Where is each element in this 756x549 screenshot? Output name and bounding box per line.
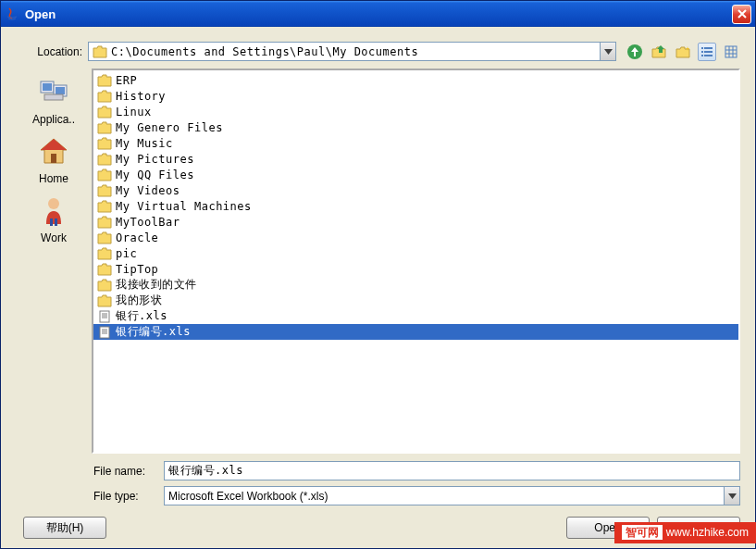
middle-panel: Applica..HomeWork ERPHistoryLinuxMy Gene…: [16, 69, 740, 511]
folder-item[interactable]: My Music: [93, 135, 738, 151]
file-type-label: File type:: [92, 490, 164, 503]
place-item-work[interactable]: Work: [19, 191, 89, 248]
file-name-text: My Pictures: [116, 153, 194, 166]
list-view-icon[interactable]: [698, 43, 716, 61]
file-item[interactable]: 银行.xls: [93, 308, 738, 324]
svg-rect-20: [55, 218, 57, 226]
folder-item[interactable]: My Genero Files: [93, 119, 738, 135]
chevron-down-icon[interactable]: [724, 487, 739, 505]
location-combo[interactable]: C:\Documents and Settings\Paul\My Docume…: [88, 42, 616, 61]
file-name-text: 我的形状: [116, 293, 162, 308]
file-name-text: My Genero Files: [116, 121, 223, 134]
places-sidebar: Applica..HomeWork: [16, 69, 92, 511]
watermark: 智可网www.hzhike.com: [614, 522, 756, 543]
bottom-fields: File name: File type: Microsoft Excel Wo…: [92, 454, 740, 511]
svg-rect-15: [56, 87, 65, 94]
file-name-text: 银行.xls: [116, 308, 167, 324]
svg-rect-25: [100, 327, 109, 338]
folder-icon: [93, 45, 107, 58]
person-icon: [37, 194, 70, 228]
svg-point-18: [48, 198, 59, 209]
dialog-content: Location: C:\Documents and Settings\Paul…: [1, 27, 755, 548]
place-label: Home: [39, 172, 68, 185]
file-name-input[interactable]: [164, 461, 740, 480]
location-path: C:\Documents and Settings\Paul\My Docume…: [111, 45, 600, 58]
home-icon: [37, 135, 70, 168]
open-dialog-window: Open Location: C:\Documents and Settings…: [0, 0, 756, 549]
folder-icon: [97, 216, 112, 229]
file-type-value: Microsoft Excel Workbook (*.xls): [168, 490, 328, 503]
help-button[interactable]: 帮助(H): [23, 517, 106, 539]
file-name-text: My Videos: [116, 184, 180, 197]
folder-icon: [97, 231, 112, 244]
svg-rect-13: [43, 83, 52, 91]
folder-icon: [97, 200, 112, 213]
place-item-home[interactable]: Home: [19, 131, 89, 189]
window-title: Open: [25, 7, 732, 21]
folder-icon: [97, 279, 112, 292]
svg-rect-19: [50, 218, 53, 226]
file-type-row: File type: Microsoft Excel Workbook (*.x…: [92, 486, 740, 505]
folder-item[interactable]: MyToolBar: [93, 214, 738, 230]
details-view-icon[interactable]: [722, 43, 740, 61]
folder-icon: [97, 263, 112, 276]
folder-item[interactable]: My Pictures: [93, 151, 738, 167]
file-name-text: pic: [116, 247, 137, 260]
file-name-text: ERP: [116, 74, 137, 87]
place-item-applica-[interactable]: Applica..: [19, 72, 89, 130]
file-panel: ERPHistoryLinuxMy Genero FilesMy MusicMy…: [92, 69, 740, 511]
svg-rect-1: [701, 47, 703, 49]
computer-icon: [37, 76, 70, 109]
folder-icon: [97, 168, 112, 181]
folder-item[interactable]: My Virtual Machines: [93, 198, 738, 214]
folder-item[interactable]: TipTop: [93, 261, 738, 277]
watermark-prefix: 智可网: [622, 525, 663, 540]
titlebar: Open: [1, 1, 755, 27]
chevron-down-icon[interactable]: [600, 43, 615, 60]
folder-item[interactable]: ERP: [93, 72, 738, 88]
folder-icon: [97, 137, 112, 150]
svg-rect-16: [44, 94, 63, 100]
svg-rect-4: [704, 51, 713, 53]
folder-item[interactable]: Oracle: [93, 230, 738, 245]
toolbar: [626, 43, 740, 61]
file-icon: [97, 326, 112, 339]
folder-icon: [97, 74, 112, 87]
folder-icon: [97, 153, 112, 166]
folder-item[interactable]: 我接收到的文件: [93, 277, 738, 293]
folder-icon: [97, 184, 112, 197]
file-name-text: MyToolBar: [116, 216, 180, 229]
file-name-text: 我接收到的文件: [116, 277, 197, 293]
file-name-text: History: [116, 90, 166, 103]
folder-item[interactable]: pic: [93, 245, 738, 261]
folder-item[interactable]: Linux: [93, 104, 738, 119]
svg-rect-5: [701, 55, 703, 56]
folder-item[interactable]: History: [93, 88, 738, 104]
folder-item[interactable]: My QQ Files: [93, 167, 738, 182]
file-name-text: My Virtual Machines: [116, 200, 252, 213]
file-name-text: 银行编号.xls: [116, 324, 191, 340]
file-type-combo[interactable]: Microsoft Excel Workbook (*.xls): [164, 486, 740, 505]
new-folder-icon[interactable]: [674, 43, 692, 61]
svg-rect-2: [704, 47, 713, 49]
watermark-url: www.hzhike.com: [666, 526, 749, 539]
folder-icon: [97, 294, 112, 307]
folder-item[interactable]: 我的形状: [93, 293, 738, 308]
java-icon: [5, 6, 19, 21]
file-item[interactable]: 银行编号.xls: [93, 324, 738, 340]
folder-icon: [97, 106, 112, 119]
file-list[interactable]: ERPHistoryLinuxMy Genero FilesMy MusicMy…: [92, 69, 740, 454]
file-name-label: File name:: [92, 465, 164, 478]
up-icon[interactable]: [626, 43, 644, 61]
close-button[interactable]: [732, 5, 751, 24]
location-label: Location:: [16, 45, 88, 58]
place-label: Applica..: [32, 113, 75, 126]
svg-rect-21: [100, 311, 109, 322]
folder-icon: [97, 247, 112, 260]
home-icon[interactable]: [650, 43, 668, 61]
file-name-text: My QQ Files: [116, 168, 194, 181]
location-row: Location: C:\Documents and Settings\Paul…: [16, 36, 740, 69]
folder-item[interactable]: My Videos: [93, 182, 738, 198]
folder-icon: [97, 121, 112, 134]
file-name-text: TipTop: [116, 263, 158, 276]
